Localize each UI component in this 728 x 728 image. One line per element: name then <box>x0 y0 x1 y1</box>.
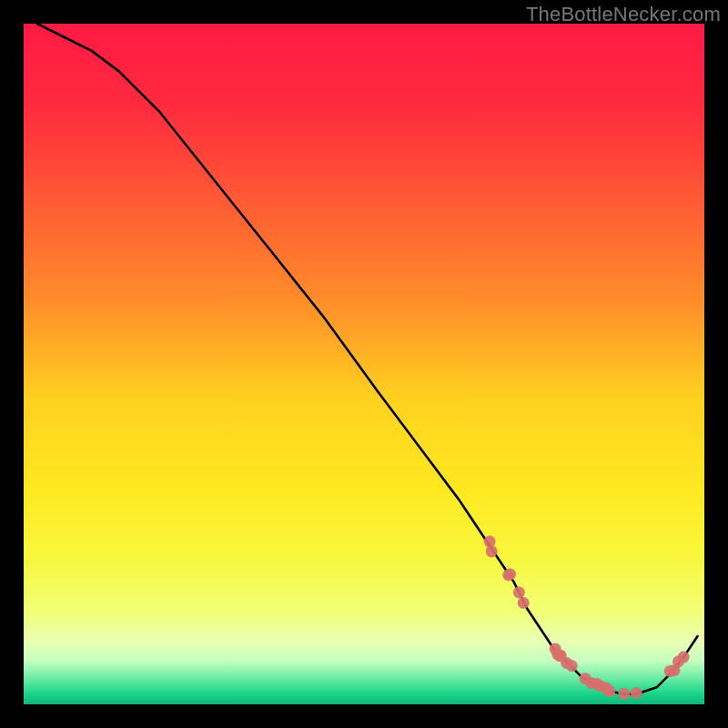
data-point <box>585 677 597 689</box>
data-point <box>600 682 612 694</box>
data-point <box>664 665 676 677</box>
data-point <box>486 545 498 557</box>
data-point <box>618 688 630 700</box>
gradient-background <box>24 24 704 704</box>
data-point <box>554 650 566 662</box>
data-point <box>502 570 514 581</box>
chart-frame <box>24 24 704 704</box>
data-point <box>672 655 684 667</box>
data-point <box>513 586 525 598</box>
data-point <box>484 536 496 548</box>
data-point <box>518 597 530 609</box>
data-point <box>631 687 642 699</box>
watermark-text: TheBottleNecker.com <box>526 3 721 26</box>
bottleneck-chart <box>24 24 704 704</box>
